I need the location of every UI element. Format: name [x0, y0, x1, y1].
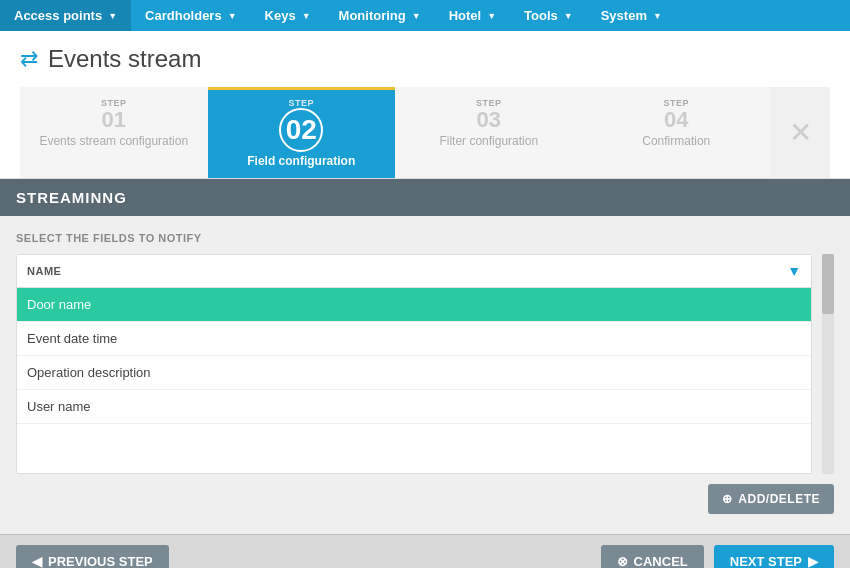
events-stream-icon: ⇄: [20, 46, 38, 72]
arrow-right-icon: ▶: [808, 554, 818, 568]
add-delete-row: ⊕ ADD/DELETE: [16, 474, 834, 518]
plus-icon: ⊕: [722, 492, 733, 506]
nav-keys[interactable]: Keys ▼: [251, 0, 325, 31]
page-title: Events stream: [48, 45, 201, 73]
add-delete-button[interactable]: ⊕ ADD/DELETE: [708, 484, 834, 514]
table-row[interactable]: User name: [17, 390, 811, 424]
nav-access-points[interactable]: Access points ▼: [0, 0, 131, 31]
table-row[interactable]: Operation description: [17, 356, 811, 390]
footer: ◀ PREVIOUS STEP ⊗ CANCEL NEXT STEP ▶: [0, 534, 850, 568]
next-step-button[interactable]: NEXT STEP ▶: [714, 545, 834, 568]
nav-system[interactable]: System ▼: [587, 0, 676, 31]
chevron-down-icon: ▼: [487, 11, 496, 21]
chevron-down-icon: ▼: [228, 11, 237, 21]
main-content: SELECT THE FIELDS TO NOTIFY NAME ▼ Door …: [0, 216, 850, 534]
step-3[interactable]: STEP 03 Filter configuration: [395, 87, 583, 178]
filter-icon[interactable]: ▼: [787, 263, 801, 279]
scrollbar-track[interactable]: [822, 254, 834, 474]
step-2[interactable]: STEP 02 Field configuration: [208, 87, 396, 178]
step-1[interactable]: STEP 01 Events stream configuration: [20, 87, 208, 178]
chevron-down-icon: ▼: [108, 11, 117, 21]
fields-section-label: SELECT THE FIELDS TO NOTIFY: [16, 232, 834, 244]
footer-right-buttons: ⊗ CANCEL NEXT STEP ▶: [601, 545, 834, 568]
steps-row: STEP 01 Events stream configuration STEP…: [20, 87, 830, 178]
nav-monitoring[interactable]: Monitoring ▼: [325, 0, 435, 31]
table-row-empty: [17, 424, 811, 464]
column-name-header: NAME: [27, 265, 787, 277]
scrollbar-thumb[interactable]: [822, 254, 834, 314]
arrow-left-icon: ◀: [32, 554, 42, 568]
page-header: ⇄ Events stream STEP 01 Events stream co…: [0, 31, 850, 179]
nav-cardholders[interactable]: Cardholders ▼: [131, 0, 251, 31]
fields-table: NAME ▼ Door name Event date time Operati…: [16, 254, 812, 474]
cancel-icon: ⊗: [617, 554, 628, 568]
cancel-button[interactable]: ⊗ CANCEL: [601, 545, 704, 568]
chevron-down-icon: ▼: [412, 11, 421, 21]
previous-step-button[interactable]: ◀ PREVIOUS STEP: [16, 545, 169, 568]
step-4[interactable]: STEP 04 Confirmation: [583, 87, 771, 178]
chevron-down-icon: ▼: [302, 11, 311, 21]
tools-cross-icon: ✕: [789, 116, 812, 149]
table-row[interactable]: Event date time: [17, 322, 811, 356]
table-header: NAME ▼: [17, 255, 811, 288]
chevron-down-icon: ▼: [653, 11, 662, 21]
section-header: STREAMINNG: [0, 179, 850, 216]
tools-area: ✕: [770, 87, 830, 178]
nav-hotel[interactable]: Hotel ▼: [435, 0, 510, 31]
top-navigation: Access points ▼ Cardholders ▼ Keys ▼ Mon…: [0, 0, 850, 31]
table-row[interactable]: Door name: [17, 288, 811, 322]
nav-tools[interactable]: Tools ▼: [510, 0, 587, 31]
chevron-down-icon: ▼: [564, 11, 573, 21]
